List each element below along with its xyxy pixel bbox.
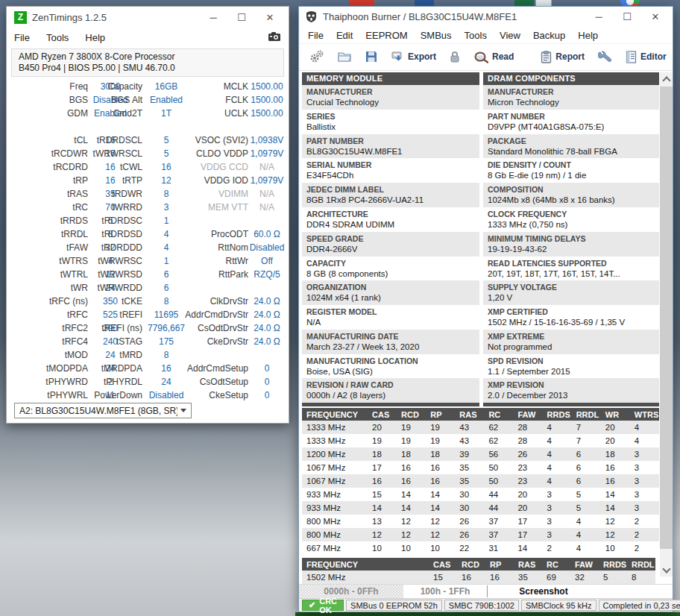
tab-0000h-0ffh[interactable]: 0000h - 0FFh <box>299 585 403 598</box>
timing-label: tMOD <box>65 348 88 362</box>
timings-grid: Freq3000Capacity16GBMCLK1500.00BGSDisabl… <box>7 80 289 402</box>
timing-value: 0 <box>265 362 270 375</box>
spd-info-label: MANUFACTURER <box>306 87 475 97</box>
lock-button[interactable] <box>447 48 463 65</box>
zen-menu-file[interactable]: File <box>14 32 30 43</box>
spd-info-row: MINIMUM TIMING DELAYS19-19-19-43-62 <box>483 232 659 257</box>
timing-label: CkeSetup <box>209 389 248 402</box>
spd-info-value: March 23-27 / Week 13, 2020 <box>306 342 475 352</box>
editor-document-icon <box>626 51 637 63</box>
timing-label: FCLK <box>225 93 248 107</box>
timing-label: tCWL <box>120 160 142 174</box>
timing-label: tRDRDDD <box>101 241 142 254</box>
table-cell: 3 <box>543 488 572 501</box>
table-cell: 10 <box>601 541 630 555</box>
table-cell: 18 <box>397 447 426 461</box>
timing-value: N/A <box>259 160 274 174</box>
spd-info-label: XMP REVISION <box>488 380 655 390</box>
spd-info-label: MANUFACTURING LOCATION <box>306 356 475 366</box>
tp-menu-backup[interactable]: Backup <box>533 30 565 41</box>
column-header: RP <box>485 558 514 571</box>
table-cell: 4 <box>572 515 601 528</box>
table-header-row: FREQUENCYCASRCDRPRASRCFAWRRDSRRDL <box>302 558 655 571</box>
spd-info-row: READ LATENCIES SUPPORTED20T, 19T, 18T, 1… <box>483 257 659 281</box>
column-header: FREQUENCY <box>302 558 429 571</box>
maximize-button[interactable]: ☐ <box>613 7 641 27</box>
export-button[interactable]: Export <box>388 48 439 65</box>
table-cell: 3 <box>543 528 572 541</box>
vertical-scrollbar[interactable] <box>660 72 673 576</box>
table-row: 1200 MHz18181839562646183 <box>302 447 659 461</box>
timing-label: tRRDS <box>60 214 88 227</box>
read-button[interactable]: Read <box>470 48 517 66</box>
close-button[interactable]: ✕ <box>641 7 670 27</box>
table-cell: 69 <box>542 571 570 584</box>
minimize-button[interactable]: ─ <box>199 7 227 27</box>
spd-info-row: CAPACITY8 GB (8 components) <box>302 257 479 281</box>
memory-module-header: MEMORY MODULE <box>302 72 479 85</box>
settings-button[interactable] <box>306 48 327 66</box>
scrollbar-thumb[interactable] <box>660 87 673 549</box>
column-header: RC <box>542 558 570 571</box>
timing-value: 16 <box>105 160 115 174</box>
tp-menu-edit[interactable]: Edit <box>336 30 353 41</box>
table-cell: 16 <box>457 571 485 584</box>
dimm-select-dropdown[interactable]: A2: BL8G30C15U4W.M8FE1 (8GB, SR) <box>14 403 192 418</box>
tab-100h-1ffh[interactable]: 100h - 1FFh <box>403 585 487 598</box>
tp-menu-help[interactable]: Help <box>578 30 598 41</box>
table-cell: 18 <box>426 447 455 461</box>
timing-label: tWR <box>71 281 88 295</box>
spd-info-row: XMP CERTIFIED1502 MHz / 15-16-16-35-69 /… <box>483 305 659 330</box>
table-cell: 8 <box>627 571 655 584</box>
tp-menu-tools[interactable]: Tools <box>465 30 487 41</box>
zen-menu-tools[interactable]: Tools <box>46 32 69 43</box>
timing-label: tRFC <box>67 308 88 321</box>
table-cell: 4 <box>543 447 572 461</box>
zen-menu-help[interactable]: Help <box>85 32 105 43</box>
tools-button[interactable] <box>595 48 615 66</box>
table-row: 1333 MHz20191943622847204 <box>302 421 659 434</box>
editor-button[interactable]: Editor <box>623 48 670 66</box>
table-cell: 6 <box>572 447 601 461</box>
timings-row: tRFC525tREFI11695AddrCmdDrvStr24.0 Ω <box>7 308 289 321</box>
spd-info-label: SERIES <box>306 111 475 122</box>
table-cell: 23 <box>513 461 542 474</box>
scroll-up-button[interactable] <box>660 72 673 85</box>
column-header: CAS <box>368 408 397 421</box>
minimize-button[interactable]: ─ <box>585 7 613 27</box>
timing-label: tRFC2 <box>62 321 88 335</box>
table-cell: 17 <box>368 461 397 474</box>
spd-info-row: JEDEC DIMM LABEL8GB 1Rx8 PC4-2666V-UA2-1… <box>302 183 479 207</box>
spd-info-value: 8GB 1Rx8 PC4-2666V-UA2-11 <box>306 195 475 205</box>
close-button[interactable]: ✕ <box>256 7 284 27</box>
tab-screenshot[interactable]: Screenshot <box>488 585 599 598</box>
screenshot-camera-icon[interactable] <box>268 31 281 42</box>
open-file-button[interactable] <box>335 48 355 65</box>
report-button[interactable]: Report <box>538 48 588 66</box>
table-cell: 10 <box>397 541 426 555</box>
spd-info-row: SERIESBallistix <box>302 110 479 134</box>
spd-info-label: COMPOSITION <box>488 184 655 195</box>
table-cell: 19 <box>397 421 426 434</box>
table-cell: 4 <box>543 474 572 488</box>
maximize-button[interactable]: ☐ <box>227 7 256 27</box>
timing-value: 0 <box>265 389 270 402</box>
spd-info-row: SUPPLY VOLTAGE1,20 V <box>483 280 659 305</box>
tp-menu-view[interactable]: View <box>500 30 520 41</box>
table-cell: 14 <box>426 501 455 515</box>
table-cell: 16 <box>601 461 630 474</box>
timings-row: tRP16tRTP12VDDG IOD1,0979V <box>7 174 289 187</box>
timing-label: UCLK <box>224 107 248 120</box>
zentimings-titlebar[interactable]: Z ZenTimings 1.2.5 ─ ☐ ✕ <box>7 7 289 28</box>
timing-label: tRTP <box>122 174 142 187</box>
check-icon: ✔ <box>309 600 315 610</box>
thaiphoon-titlebar[interactable]: Thaiphoon Burner / BL8G30C15U4W.M8FE1 ─ … <box>299 7 673 28</box>
tp-menu-smbus[interactable]: SMBus <box>421 30 452 41</box>
tp-menu-file[interactable]: File <box>308 30 324 41</box>
table-cell: 30 <box>455 488 484 501</box>
scroll-down-button[interactable] <box>660 564 673 576</box>
save-button[interactable] <box>362 48 380 65</box>
thaiphoon-menubar: FileEditEEPROMSMBusToolsViewBackupHelp <box>299 28 673 44</box>
tp-menu-eeprom[interactable]: EEPROM <box>365 30 407 41</box>
table-cell: 19 <box>426 421 455 434</box>
